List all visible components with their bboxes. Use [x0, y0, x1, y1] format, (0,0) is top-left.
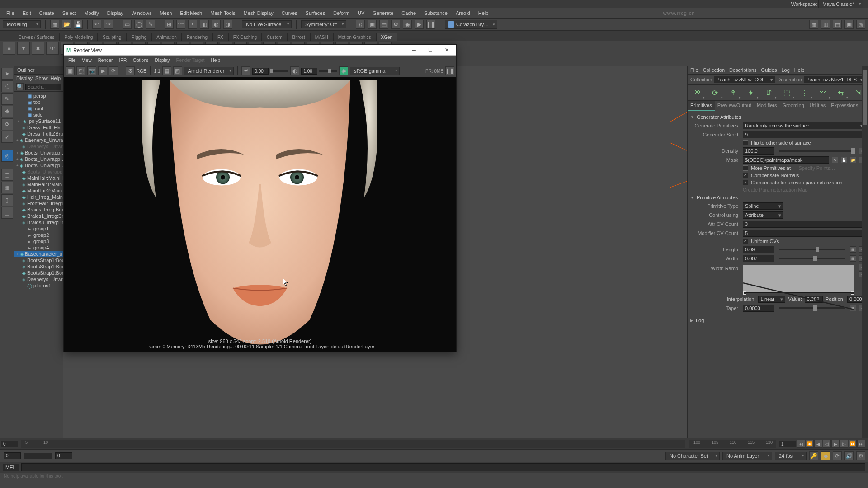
shelftab-xgen[interactable]: XGen — [376, 33, 398, 41]
shelftab-custom[interactable]: Custom — [262, 33, 287, 41]
xgen-tab-utilities[interactable]: Utilities — [807, 101, 828, 111]
flip-checkbox[interactable] — [743, 140, 748, 145]
last-tool-icon[interactable]: ◎ — [1, 150, 13, 162]
snap-point-icon[interactable]: • — [188, 20, 197, 29]
expand-icon[interactable]: + — [16, 119, 21, 123]
outliner-item[interactable]: +Daenerys_Unwrap — [14, 137, 63, 143]
live-surface-dropdown[interactable]: No Live Surface — [242, 20, 292, 28]
outliner-item[interactable]: +Boots_Unwrapp… — [14, 150, 63, 156]
ctrl-dropdown[interactable]: Attribute — [743, 211, 783, 219]
render-view-image[interactable]: size: 960 x 543 zoom: 2.510 (Arnold Rend… — [64, 77, 456, 352]
hypershade-icon[interactable]: ◉ — [403, 20, 412, 29]
maximize-button[interactable]: ☐ — [424, 46, 437, 55]
rv-menu-ipr[interactable]: IPR — [116, 57, 129, 64]
sound-icon[interactable]: 🔊 — [844, 451, 854, 460]
xgen-menu-log[interactable]: Log — [781, 67, 789, 73]
shelf-collapse-icon[interactable]: ▾ — [17, 42, 30, 55]
symmetry-dropdown[interactable]: Symmetry: Off — [301, 20, 346, 28]
xgen-eye-icon[interactable]: 👁 — [690, 87, 704, 99]
menu-surfaces[interactable]: Surfaces — [302, 9, 329, 17]
menu-edit[interactable]: Edit — [19, 9, 35, 17]
xgen-guides-icon[interactable]: ⇞ — [726, 87, 740, 99]
xgen-tab-preview-output[interactable]: Preview/Output — [715, 101, 754, 111]
moreprim-checkbox[interactable] — [743, 165, 748, 171]
character-set-dropdown[interactable]: No Character Set — [665, 452, 720, 460]
xgen-menu-descriptions[interactable]: Descriptions — [729, 67, 757, 73]
minimize-button[interactable]: ─ — [407, 46, 421, 55]
seed-field[interactable]: 9 — [743, 131, 865, 138]
save-map-icon[interactable]: 💾 — [841, 157, 847, 163]
compnorm-checkbox[interactable]: ✓ — [743, 173, 748, 178]
render-settings-icon[interactable]: ⚙ — [126, 66, 135, 75]
step-fwd-key-icon[interactable]: ⏩ — [849, 440, 857, 448]
outliner-menu-display[interactable]: Display — [16, 75, 33, 81]
remove-image-icon[interactable]: ▨ — [173, 66, 182, 75]
menu-create[interactable]: Create — [36, 9, 58, 17]
menu-modify[interactable]: Modify — [80, 9, 102, 17]
toggle-tool-icon[interactable]: ▣ — [844, 20, 854, 29]
xgen-tab-expressions[interactable]: Expressions — [828, 101, 861, 111]
timeline-cur-field[interactable]: 1 — [779, 441, 796, 447]
range-start-field[interactable]: 0 — [4, 452, 21, 459]
loop-icon[interactable]: ⟳ — [833, 451, 842, 460]
outliner-item[interactable]: top — [14, 99, 63, 105]
xgen-flip-icon[interactable]: ⇵ — [762, 87, 776, 99]
outliner-item[interactable]: Hair_Irreg_Main: — [14, 194, 63, 200]
primitive-attributes-head[interactable]: Primitive Attributes — [690, 193, 865, 202]
mel-label[interactable]: MEL — [3, 464, 19, 471]
menu-mesh-tools[interactable]: Mesh Tools — [207, 9, 239, 17]
shelf-icon[interactable]: 👁 — [46, 42, 59, 55]
shelftab-poly-modeling[interactable]: Poly Modeling — [59, 33, 98, 41]
log-section-head[interactable]: Log — [690, 316, 865, 324]
exposure-icon[interactable]: ☀ — [241, 66, 250, 75]
toggle-panel-icon[interactable]: ▥ — [821, 20, 830, 29]
goto-start-icon[interactable]: ⏮ — [797, 440, 805, 448]
exposure-field[interactable]: 0.00 — [252, 68, 269, 75]
play-back-icon[interactable]: ◁ — [823, 440, 831, 448]
autokey-icon[interactable]: 🔑 — [809, 451, 818, 460]
outliner-search-input[interactable] — [25, 84, 61, 90]
goto-end-icon[interactable]: ⏭ — [857, 440, 865, 448]
pause-icon[interactable]: ❚❚ — [426, 20, 435, 29]
snap-grid-icon[interactable]: ⊞ — [165, 20, 174, 29]
pause-ipr-icon[interactable]: ❚❚ — [445, 66, 454, 75]
shelftab-fx-caching[interactable]: FX Caching — [228, 33, 262, 41]
shelftab-animation[interactable]: Animation — [151, 33, 181, 41]
step-back-key-icon[interactable]: ⏪ — [806, 440, 814, 448]
outliner-item[interactable]: side — [14, 112, 63, 118]
select-tool-icon[interactable]: ➤ — [1, 68, 13, 80]
render-icon[interactable]: ▣ — [368, 20, 377, 29]
attrcv-field[interactable]: 3 — [743, 221, 865, 228]
toggle-attr-icon[interactable]: ▤ — [833, 20, 842, 29]
ipr-icon[interactable]: ▤ — [379, 20, 388, 29]
snap-view-icon[interactable]: ◑ — [223, 20, 232, 29]
time-track[interactable]: 100105110115120 — [689, 440, 776, 448]
brush-icon[interactable]: ✎ — [832, 157, 838, 163]
shelftab-rigging[interactable]: Rigging — [126, 33, 151, 41]
layout-single-icon[interactable]: ▢ — [1, 169, 13, 181]
length-field[interactable]: 0.09 — [743, 246, 774, 253]
time-slider[interactable]: 0 510 — [0, 438, 687, 449]
menu-edit-mesh[interactable]: Edit Mesh — [176, 9, 206, 17]
search-icon[interactable]: 🔍 — [16, 83, 24, 90]
expand-icon[interactable]: + — [16, 157, 19, 161]
select-mode-icon[interactable]: ▭ — [123, 20, 132, 29]
menuset-dropdown[interactable]: Modeling — [3, 20, 41, 28]
step-back-icon[interactable]: ◀ — [814, 440, 822, 448]
rv-menu-file[interactable]: File — [66, 57, 78, 64]
close-button[interactable]: ✕ — [440, 46, 453, 55]
outliner-item[interactable]: group4 — [14, 244, 63, 251]
outliner-tree[interactable]: persptopfrontside+polySurface11Dress_Ful… — [14, 92, 63, 438]
redo-render-icon[interactable]: ▣ — [66, 66, 75, 75]
rv-menu-render[interactable]: Render — [95, 57, 116, 64]
layout-four-icon[interactable]: ▦ — [1, 182, 13, 193]
width-ramp[interactable] — [743, 265, 854, 293]
menu-cache[interactable]: Cache — [398, 9, 420, 17]
outliner-item[interactable]: MainHair2:Main — [14, 188, 63, 194]
xgen-sculpt-icon[interactable]: 〰 — [816, 87, 830, 99]
outliner-item[interactable]: pTorus1 — [14, 282, 63, 289]
menu-select[interactable]: Select — [59, 9, 80, 17]
outliner-item[interactable]: persp — [14, 93, 63, 99]
interp-dropdown[interactable]: Linear — [758, 296, 785, 303]
render-view-titlebar[interactable]: M Render View ─ ☐ ✕ — [64, 45, 456, 56]
